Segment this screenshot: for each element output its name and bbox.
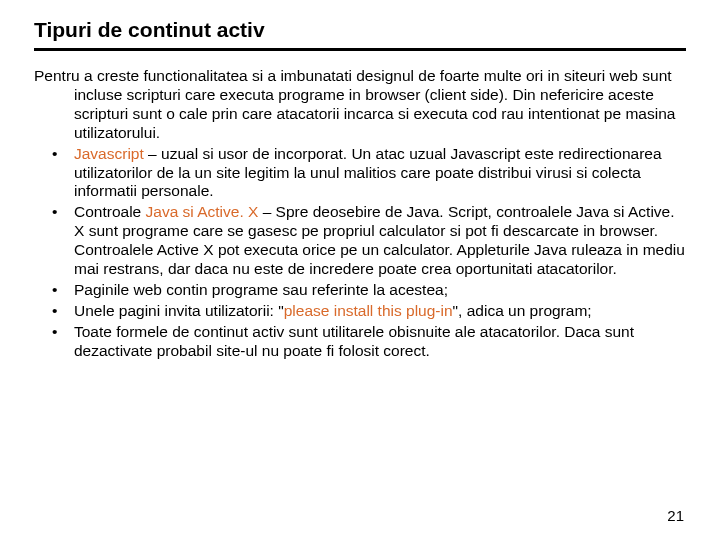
bullet-plugin: Unele pagini invita utilizatorii: "pleas…: [74, 302, 686, 321]
title-rule: [34, 48, 686, 51]
bullet-java-activex: Controale Java si Active. X – Spre deose…: [74, 203, 686, 279]
bullet-text: – uzual si usor de incorporat. Un atac u…: [74, 145, 662, 200]
bullet-text: ", adica un program;: [453, 302, 592, 319]
bullet-webpages: Paginile web contin programe sau referin…: [74, 281, 686, 300]
bullet-all-forms: Toate formele de continut activ sunt uti…: [74, 323, 686, 361]
bullet-text: Controale: [74, 203, 146, 220]
page-number: 21: [667, 507, 684, 524]
keyword-java-activex: Java si Active. X: [146, 203, 259, 220]
bullet-text: Unele pagini invita utilizatorii: ": [74, 302, 284, 319]
keyword-plugin-quote: please install this plug-in: [284, 302, 453, 319]
intro-paragraph: Pentru a creste functionalitatea si a im…: [34, 67, 686, 143]
bullet-list: Javascript – uzual si usor de incorporat…: [34, 145, 686, 361]
slide-title: Tipuri de continut activ: [34, 18, 686, 42]
keyword-javascript: Javascript: [74, 145, 144, 162]
slide-body: Pentru a creste functionalitatea si a im…: [34, 67, 686, 361]
bullet-javascript: Javascript – uzual si usor de incorporat…: [74, 145, 686, 202]
